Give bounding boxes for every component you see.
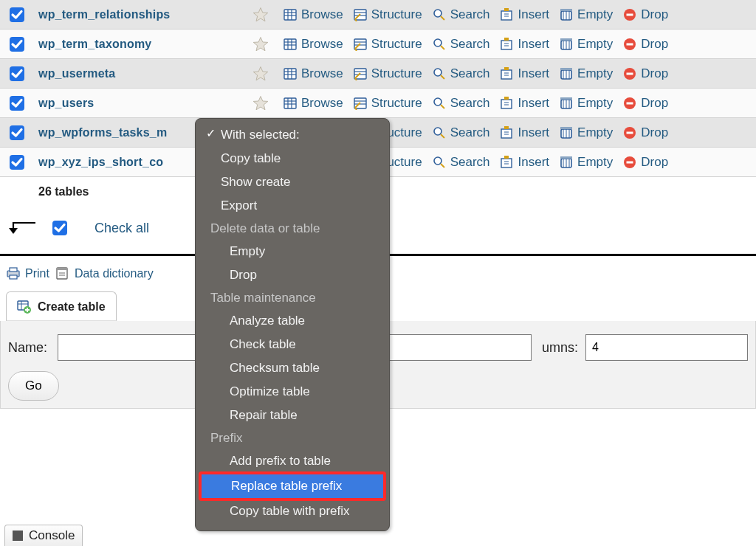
row-checkbox[interactable] bbox=[9, 154, 25, 170]
browse-link[interactable]: Browse bbox=[284, 66, 343, 81]
drop-link[interactable]: Drop bbox=[623, 37, 668, 52]
empty-link[interactable]: Empty bbox=[560, 7, 613, 22]
drop-link[interactable]: Drop bbox=[623, 66, 668, 81]
favorite-star-icon[interactable] bbox=[252, 66, 269, 82]
insert-icon bbox=[501, 38, 514, 51]
row-checkbox[interactable] bbox=[9, 7, 25, 23]
search-link[interactable]: Search bbox=[433, 66, 490, 81]
menu-heading-maintenance: Table maintenance bbox=[199, 287, 386, 309]
menu-check-table[interactable]: Check table bbox=[199, 333, 386, 356]
table-row: wp_usermetaBrowseStructureSearchInsertEm… bbox=[0, 59, 756, 89]
check-all-label[interactable]: Check all bbox=[94, 221, 149, 236]
menu-copy-table[interactable]: Copy table bbox=[199, 147, 386, 170]
row-checkbox[interactable] bbox=[9, 66, 25, 82]
search-link[interactable]: Search bbox=[433, 155, 490, 170]
insert-link[interactable]: Insert bbox=[501, 155, 550, 170]
row-checkbox[interactable] bbox=[9, 36, 25, 52]
row-checkbox[interactable] bbox=[9, 125, 25, 141]
insert-link[interactable]: Insert bbox=[501, 7, 550, 22]
return-arrow-icon bbox=[9, 217, 38, 239]
menu-replace-prefix-highlighted[interactable]: Replace table prefix bbox=[200, 473, 385, 500]
insert-link[interactable]: Insert bbox=[501, 66, 550, 81]
menu-repair-table[interactable]: Repair table bbox=[199, 404, 386, 427]
browse-link[interactable]: Browse bbox=[284, 37, 343, 52]
table-name-link[interactable]: wp_term_relationships bbox=[38, 8, 252, 21]
menu-optimize-table[interactable]: Optimize table bbox=[199, 380, 386, 404]
data-dictionary-link[interactable]: Data dictionary bbox=[55, 266, 154, 281]
empty-icon bbox=[560, 97, 573, 110]
insert-icon bbox=[501, 126, 514, 139]
menu-with-selected[interactable]: With selected: bbox=[199, 123, 386, 147]
search-icon bbox=[433, 156, 446, 169]
favorite-star-icon[interactable] bbox=[252, 95, 269, 111]
columns-input[interactable] bbox=[585, 334, 748, 361]
row-checkbox[interactable] bbox=[9, 95, 25, 111]
print-link[interactable]: Print bbox=[6, 266, 49, 281]
search-icon bbox=[433, 67, 446, 80]
menu-empty[interactable]: Empty bbox=[199, 240, 386, 263]
menu-drop[interactable]: Drop bbox=[199, 263, 386, 287]
console-tab[interactable]: Console bbox=[4, 525, 83, 546]
menu-export[interactable]: Export bbox=[199, 194, 386, 218]
insert-icon bbox=[501, 156, 514, 169]
empty-link[interactable]: Empty bbox=[560, 66, 613, 81]
search-icon bbox=[433, 8, 446, 21]
menu-copy-with-prefix[interactable]: Copy table with prefix bbox=[199, 500, 386, 523]
drop-link[interactable]: Drop bbox=[623, 96, 668, 111]
favorite-star-icon[interactable] bbox=[252, 7, 269, 23]
structure-link[interactable]: Structure bbox=[354, 96, 422, 111]
structure-link[interactable]: Structure bbox=[354, 7, 422, 22]
search-icon bbox=[433, 97, 446, 110]
table-name-link[interactable]: wp_usermeta bbox=[38, 67, 252, 80]
insert-icon bbox=[501, 8, 514, 21]
insert-icon bbox=[501, 67, 514, 80]
menu-analyze-table[interactable]: Analyze table bbox=[199, 309, 386, 333]
insert-link[interactable]: Insert bbox=[501, 37, 550, 52]
columns-label-partial: umns: bbox=[542, 340, 578, 356]
insert-link[interactable]: Insert bbox=[501, 96, 550, 111]
favorite-star-icon[interactable] bbox=[252, 36, 269, 52]
structure-icon bbox=[354, 8, 367, 21]
console-indicator-icon bbox=[13, 531, 23, 541]
table-name-link[interactable]: wp_users bbox=[38, 97, 252, 110]
new-table-icon bbox=[17, 300, 32, 314]
drop-icon bbox=[623, 156, 636, 169]
search-link[interactable]: Search bbox=[433, 125, 490, 140]
create-table-tab[interactable]: Create table bbox=[6, 291, 117, 321]
empty-link[interactable]: Empty bbox=[560, 155, 613, 170]
insert-link[interactable]: Insert bbox=[501, 125, 550, 140]
empty-link[interactable]: Empty bbox=[560, 37, 613, 52]
structure-link[interactable]: Structure bbox=[354, 37, 422, 52]
name-label: Name: bbox=[8, 340, 47, 356]
table-name-link[interactable]: wp_term_taxonomy bbox=[38, 38, 252, 51]
browse-link[interactable]: Browse bbox=[284, 96, 343, 111]
drop-icon bbox=[623, 38, 636, 51]
search-icon bbox=[433, 126, 446, 139]
table-icon bbox=[284, 8, 297, 21]
insert-icon bbox=[501, 97, 514, 110]
drop-link[interactable]: Drop bbox=[623, 125, 668, 140]
table-row: wp_usersBrowseStructureSearchInsertEmpty… bbox=[0, 89, 756, 118]
check-all-checkbox[interactable] bbox=[52, 220, 68, 236]
drop-link[interactable]: Drop bbox=[623, 7, 668, 22]
menu-add-prefix[interactable]: Add prefix to table bbox=[199, 449, 386, 473]
go-button[interactable]: Go bbox=[8, 371, 59, 401]
drop-icon bbox=[623, 97, 636, 110]
empty-icon bbox=[560, 8, 573, 21]
search-link[interactable]: Search bbox=[433, 7, 490, 22]
browse-link[interactable]: Browse bbox=[284, 7, 343, 22]
search-link[interactable]: Search bbox=[433, 37, 490, 52]
structure-icon bbox=[354, 67, 367, 80]
empty-link[interactable]: Empty bbox=[560, 96, 613, 111]
structure-link[interactable]: Structure bbox=[354, 66, 422, 81]
menu-checksum-table[interactable]: Checksum table bbox=[199, 356, 386, 380]
empty-icon bbox=[560, 38, 573, 51]
search-link[interactable]: Search bbox=[433, 96, 490, 111]
menu-show-create[interactable]: Show create bbox=[199, 170, 386, 194]
empty-link[interactable]: Empty bbox=[560, 125, 613, 140]
drop-icon bbox=[623, 67, 636, 80]
drop-link[interactable]: Drop bbox=[623, 155, 668, 170]
table-row: wp_term_relationshipsBrowseStructureSear… bbox=[0, 0, 756, 30]
search-icon bbox=[433, 38, 446, 51]
with-selected-menu: With selected: Copy table Show create Ex… bbox=[195, 118, 390, 531]
